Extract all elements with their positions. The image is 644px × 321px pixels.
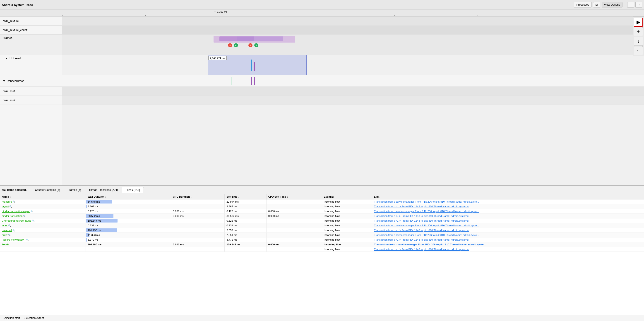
cell-cpu-duration: 0.000 ms	[171, 214, 225, 218]
cell-self-time: 129.645 ms	[225, 242, 266, 247]
table-row[interactable]: binder transaction async 🔍0.120 ms0.000 …	[0, 209, 644, 214]
cell-cpu-duration	[171, 204, 225, 209]
table-row[interactable]: Totals396.280 ms0.000 ms129.645 ms0.000 …	[0, 242, 644, 247]
cell-link[interactable]: Transaction from : servicemanager From P…	[372, 200, 644, 204]
cell-link[interactable]: Transaction from : servicemanager From P…	[372, 242, 644, 247]
track-render-thread[interactable]	[62, 76, 644, 87]
cell-link[interactable]: Transaction from : <...> From PID: 1143 …	[372, 204, 644, 209]
col-self-time[interactable]: Self time ↓	[225, 194, 266, 200]
table-row[interactable]: Incoming flowTransaction from : <...> Fr…	[0, 247, 644, 252]
cell-cpu-self-time	[266, 200, 322, 204]
track-ui-thread[interactable]: 2,849.274 ms	[62, 55, 644, 76]
cell-cpu-duration: 0.000 ms	[171, 209, 225, 214]
table-row[interactable]: layout 🔍3.367 ms3.367 msIncoming flowTra…	[0, 204, 644, 209]
cell-link[interactable]: Transaction from : servicemanager From P…	[372, 233, 644, 238]
cell-wall-duration: 3.367 ms	[86, 204, 171, 209]
cell-cpu-duration	[171, 247, 225, 252]
cell-name: binder transaction 🔍	[0, 214, 86, 218]
col-wall-duration[interactable]: Wall Duration ↓	[86, 194, 171, 200]
cell-events: Incoming flow	[322, 223, 372, 228]
track-label-hwui-texture-count: hwui_Texture_count:	[0, 26, 62, 35]
track-hwui-texture-count[interactable]	[62, 26, 644, 35]
track-hwui-task1[interactable]	[62, 87, 644, 96]
toolbar: Android System Trace Processes M View Op…	[0, 0, 644, 10]
cell-cpu-self-time	[266, 247, 322, 252]
tab-frames[interactable]: Frames (4)	[64, 187, 85, 193]
cell-link[interactable]: Transaction from : <...> From PID: 1143 …	[372, 214, 644, 218]
cell-events: Incoming flow	[322, 218, 372, 223]
nav-forward-button[interactable]: →	[636, 2, 642, 8]
cell-name: Record View#draw() 🔍	[0, 238, 86, 242]
track-frames[interactable]: P F P F	[62, 35, 644, 55]
cell-self-time: 7.551 ms	[225, 233, 266, 238]
tick-6s: 6 s	[478, 15, 478, 16]
cell-wall-duration: 88.582 ms	[86, 214, 171, 218]
table-row[interactable]: draw 🔍11.323 ms7.551 msIncoming flowTran…	[0, 233, 644, 238]
cell-name: traversal 🔍	[0, 228, 86, 233]
cell-wall-duration: 11.323 ms	[86, 233, 171, 238]
cell-cpu-self-time	[266, 233, 322, 238]
table-row[interactable]: Record View#draw() 🔍3.772 ms3.772 msInco…	[0, 238, 644, 242]
table-row[interactable]: Choreographer#doFrame 🔍102.547 ms0.526 m…	[0, 218, 644, 223]
tab-counter-samples[interactable]: Counter Samples (4)	[31, 187, 64, 193]
cell-link[interactable]: Transaction from : servicemanager From P…	[372, 223, 644, 228]
ui-thread-arrow[interactable]: ▼	[6, 57, 8, 60]
search-icon[interactable]: 🔍	[9, 205, 12, 208]
search-icon[interactable]: 🔍	[25, 238, 29, 241]
cell-self-time	[225, 247, 266, 252]
nav-back-button[interactable]: ←	[627, 2, 634, 8]
cell-link[interactable]: Transaction from : <...> From PID: 1143 …	[372, 247, 644, 252]
cell-self-time: 0.120 ms	[225, 209, 266, 214]
col-cpu-duration[interactable]: CPU Duration ↓	[171, 194, 225, 200]
track-label-frames: Frames	[0, 35, 62, 55]
cell-link[interactable]: Transaction from : <...> From PID: 1143 …	[372, 238, 644, 242]
cell-cpu-duration	[171, 228, 225, 233]
table-row[interactable]: traversal 🔍101.790 ms2.552 msIncoming fl…	[0, 228, 644, 233]
pointer-tool-button[interactable]: ▶	[634, 18, 643, 27]
table-row[interactable]: input 🔍0.231 ms0.231 msIncoming flowTran…	[0, 223, 644, 228]
search-icon[interactable]: 🔍	[22, 215, 26, 217]
col-cpu-self-time[interactable]: CPU Self Time ↓	[266, 194, 322, 200]
cell-wall-duration: 0.231 ms	[86, 223, 171, 228]
fit-button[interactable]: ↔	[634, 46, 643, 55]
render-thread-arrow[interactable]: ▼	[3, 80, 6, 83]
cell-link[interactable]: Transaction from : <...> From PID: 1143 …	[372, 228, 644, 233]
tab-thread-timeslices[interactable]: Thread Timeslices (294)	[85, 187, 122, 193]
search-icon[interactable]: 🔍	[30, 210, 34, 212]
track-hwui-texture[interactable]	[62, 16, 644, 26]
cell-name	[0, 247, 86, 252]
view-options-button[interactable]: View Options	[602, 2, 622, 8]
measure-indicator: ↔ 1.367 ms	[214, 10, 227, 13]
cell-events: Incoming flow	[322, 242, 372, 247]
table-row[interactable]: binder transaction 🔍88.582 ms0.000 ms88.…	[0, 214, 644, 218]
cell-self-time: 3.367 ms	[225, 204, 266, 209]
cell-cpu-self-time	[266, 228, 322, 233]
search-icon[interactable]: 🔍	[12, 229, 15, 232]
table-row[interactable]: measure 🔍84.548 ms22.944 msIncoming flow…	[0, 200, 644, 204]
cell-cpu-duration	[171, 233, 225, 238]
selection-extent-label: Selection extent	[24, 316, 44, 320]
zoom-out-button[interactable]: ↓	[634, 37, 643, 46]
cell-link[interactable]: Transaction from : <...> From PID: 1143 …	[372, 218, 644, 223]
processes-button[interactable]: Processes	[574, 2, 592, 8]
timeline-container[interactable]: -4 s -2 s 0 s 2 s	[62, 10, 644, 185]
bottom-panel: 458 items selected. Counter Samples (4) …	[0, 185, 644, 321]
m-button[interactable]: M	[593, 2, 600, 8]
cell-events: Incoming flow	[322, 214, 372, 218]
track-hwui-task2[interactable]	[62, 96, 644, 105]
search-icon[interactable]: 🔍	[8, 224, 11, 227]
cell-self-time: 22.944 ms	[225, 200, 266, 204]
track-label-hwui-texture: hwui_Texture:	[0, 16, 62, 26]
cell-link[interactable]: Transaction from : servicemanager From P…	[372, 209, 644, 214]
search-icon[interactable]: 🔍	[31, 220, 35, 222]
search-icon[interactable]: 🔍	[12, 200, 16, 203]
vbar-3	[251, 60, 252, 71]
cell-cpu-self-time: 0.000 ms	[266, 209, 322, 214]
render-vbar-4	[254, 77, 255, 85]
tab-slices[interactable]: Slices (156)	[122, 187, 144, 193]
search-icon[interactable]: 🔍	[8, 234, 11, 236]
tracks-area[interactable]: P F P F	[62, 16, 644, 185]
col-name[interactable]: Name ↓	[0, 194, 86, 200]
cursor-tools-panel: ▶ + ↓ ↔	[633, 16, 644, 56]
zoom-in-button[interactable]: +	[634, 27, 643, 36]
